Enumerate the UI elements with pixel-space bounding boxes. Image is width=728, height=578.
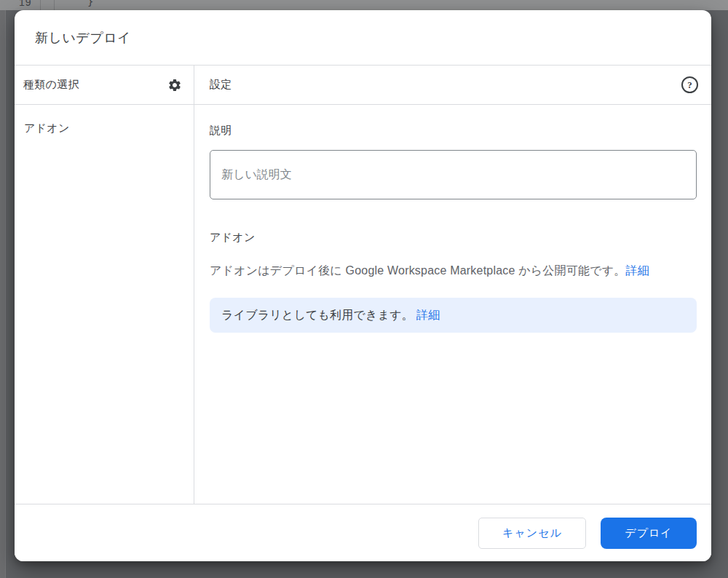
sidebar-item-addon[interactable]: アドオン <box>15 116 194 140</box>
library-details-link[interactable]: 詳細 <box>416 308 440 323</box>
deployment-type-settings-button[interactable] <box>166 76 183 94</box>
dimmed-editor-sidebar-edge <box>0 0 6 578</box>
dialog-footer: キャンセル デプロイ <box>15 504 711 561</box>
editor-line-number: 19 <box>19 0 32 8</box>
sidebar-item-label: アドオン <box>24 122 70 135</box>
addon-note-text: アドオンはデプロイ後に Google Workspace Marketplace… <box>210 264 626 277</box>
dialog-body: 種類の選択 アドオン 設定 ? <box>15 66 711 504</box>
addon-section-title: アドオン <box>210 231 697 245</box>
editor-code-fragment: } <box>87 0 93 7</box>
description-label: 説明 <box>210 124 697 138</box>
new-deployment-dialog: 新しいデプロイ 種類の選択 アドオン <box>15 10 711 561</box>
config-panel: 設定 ? 説明 アドオン アドオンはデプロイ後に Google Workspac… <box>194 66 711 504</box>
deployment-type-list: アドオン <box>15 105 194 140</box>
deploy-button[interactable]: デプロイ <box>601 518 697 549</box>
editor-gutter-divider <box>54 0 55 10</box>
editor-gutter-divider <box>40 0 41 10</box>
addon-note: アドオンはデプロイ後に Google Workspace Marketplace… <box>210 264 697 279</box>
config-content: 説明 アドオン アドオンはデプロイ後に Google Workspace Mar… <box>194 105 711 333</box>
dimmed-code-editor-strip: 19 } <box>0 0 728 10</box>
cancel-button[interactable]: キャンセル <box>478 518 586 549</box>
sidebar-header: 種類の選択 <box>15 66 194 105</box>
help-button[interactable]: ? <box>681 76 698 93</box>
library-info-text: ライブラリとしても利用できます。 <box>221 308 414 323</box>
addon-details-link[interactable]: 詳細 <box>626 264 649 277</box>
description-input[interactable] <box>210 150 697 199</box>
help-icon: ? <box>687 80 692 90</box>
config-header-label: 設定 <box>210 78 232 92</box>
library-info-banner: ライブラリとしても利用できます。詳細 <box>210 298 697 333</box>
config-header: 設定 ? <box>194 66 711 105</box>
dialog-title: 新しいデプロイ <box>35 29 131 47</box>
deployment-type-sidebar: 種類の選択 アドオン <box>15 66 194 504</box>
gear-icon <box>167 78 182 92</box>
dialog-title-bar: 新しいデプロイ <box>15 10 711 66</box>
sidebar-header-label: 種類の選択 <box>23 78 79 92</box>
